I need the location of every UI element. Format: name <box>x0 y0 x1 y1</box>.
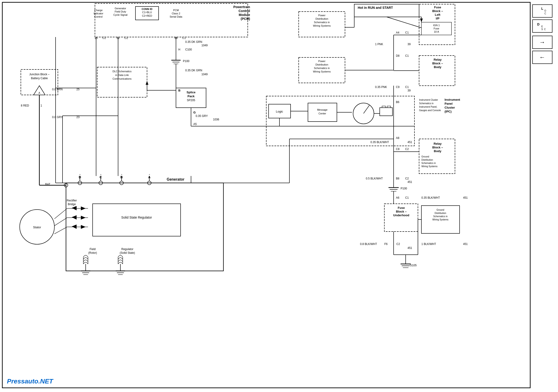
svg-text:C9: C9 <box>396 86 400 89</box>
svg-text:Cluster: Cluster <box>445 106 455 109</box>
svg-text:Distribution: Distribution <box>315 63 328 66</box>
svg-text:CONN ID: CONN ID <box>142 8 153 10</box>
svg-text:D: D <box>537 22 540 26</box>
svg-text:Class 2: Class 2 <box>172 12 180 15</box>
svg-text:Block –: Block – <box>432 146 443 149</box>
svg-text:Power: Power <box>318 14 325 17</box>
svg-text:Ground: Ground <box>421 155 429 158</box>
svg-text:Pack: Pack <box>188 95 195 98</box>
svg-text:Block –: Block – <box>432 9 443 13</box>
svg-text:Indicator: Indicator <box>94 12 104 15</box>
svg-text:1 PNK: 1 PNK <box>375 43 383 46</box>
svg-text:0.35 GRY: 0.35 GRY <box>196 114 208 118</box>
svg-text:39: 39 <box>408 43 411 46</box>
svg-text:I/P: I/P <box>436 17 439 20</box>
svg-text:O: O <box>544 9 546 12</box>
svg-text:0.35 DK GRN: 0.35 DK GRN <box>185 69 202 72</box>
svg-text:G: G <box>193 111 196 114</box>
svg-text:8 RED: 8 RED <box>21 104 29 107</box>
svg-text:(IPC): (IPC) <box>445 110 452 113</box>
svg-text:B6: B6 <box>396 100 399 104</box>
svg-text:Schematics in: Schematics in <box>419 102 433 105</box>
svg-text:451: 451 <box>408 140 412 144</box>
svg-text:Power: Power <box>318 60 325 62</box>
svg-text:Field: Field <box>90 247 96 251</box>
svg-text:Solid State Regulator: Solid State Regulator <box>121 216 152 219</box>
svg-text:0.5 BLK/WHT: 0.5 BLK/WHT <box>366 177 383 180</box>
svg-text:C2: C2 <box>102 36 106 40</box>
svg-text:1049: 1049 <box>201 73 208 76</box>
svg-text:in Data Link: in Data Link <box>115 74 129 76</box>
svg-text:Stator: Stator <box>33 226 41 229</box>
svg-text:Instrument Cluster: Instrument Cluster <box>419 99 438 101</box>
svg-text:0.8 BLK/WHT: 0.8 BLK/WHT <box>360 243 377 246</box>
svg-text:Schematics in: Schematics in <box>314 21 330 24</box>
svg-text:1049: 1049 <box>201 44 208 47</box>
svg-text:C100: C100 <box>185 48 192 51</box>
svg-text:DLC Schematics: DLC Schematics <box>113 70 131 73</box>
svg-text:Relay: Relay <box>434 58 442 61</box>
svg-text:Left: Left <box>435 13 441 17</box>
svg-text:Module: Module <box>239 13 250 17</box>
svg-text:C1: C1 <box>405 54 409 57</box>
svg-text:Fuse: Fuse <box>434 27 439 30</box>
svg-text:C1=BLU: C1=BLU <box>142 11 152 14</box>
svg-text:0.35 DK GRN: 0.35 DK GRN <box>185 40 202 44</box>
svg-text:Schematics in: Schematics in <box>421 162 436 164</box>
svg-text:1 BLK/WHT: 1 BLK/WHT <box>421 243 436 246</box>
svg-text:Distribution: Distribution <box>315 17 328 20</box>
svg-text:Logic: Logic <box>276 110 283 113</box>
svg-text:Distribution: Distribution <box>435 212 446 214</box>
svg-text:Body: Body <box>434 65 442 69</box>
svg-text:Serial Data: Serial Data <box>170 15 183 18</box>
svg-text:C1: C1 <box>405 86 409 89</box>
svg-text:Generator: Generator <box>167 177 184 181</box>
svg-text:Hot in RUN and START: Hot in RUN and START <box>358 6 393 9</box>
svg-text:0.35 BLK/WHT: 0.35 BLK/WHT <box>421 196 440 199</box>
svg-text:D8: D8 <box>396 54 400 57</box>
svg-text:C8: C8 <box>396 148 400 151</box>
svg-text:PCM: PCM <box>173 9 179 12</box>
svg-text:451: 451 <box>408 180 412 184</box>
svg-text:Instrument: Instrument <box>445 98 460 101</box>
svg-text:C2: C2 <box>405 148 409 151</box>
svg-text:Cycle Signal: Cycle Signal <box>113 13 127 16</box>
svg-text:Wiring Systems: Wiring Systems <box>421 165 437 168</box>
svg-text:Wiring Systems: Wiring Systems <box>313 24 331 27</box>
svg-text:Fuse: Fuse <box>434 6 441 9</box>
svg-text:Center: Center <box>318 112 326 115</box>
svg-text:(Solid State): (Solid State) <box>120 251 135 254</box>
svg-text:Field Duty: Field Duty <box>115 10 126 13</box>
svg-text:Fuse: Fuse <box>398 206 405 209</box>
svg-text:C2: C2 <box>396 243 400 246</box>
svg-text:IGN 1: IGN 1 <box>433 24 440 27</box>
svg-text:Relay: Relay <box>434 142 442 145</box>
svg-text:Junction Block –: Junction Block – <box>29 73 50 76</box>
svg-text:Panel: Panel <box>445 102 453 105</box>
svg-text:B: B <box>178 89 180 92</box>
svg-text:Wiring Systems: Wiring Systems <box>313 70 331 73</box>
svg-text:B8: B8 <box>396 177 399 180</box>
svg-text:Powertrain: Powertrain <box>233 5 250 9</box>
svg-text:(Rotor): (Rotor) <box>88 251 97 254</box>
svg-text:23: 23 <box>76 115 80 119</box>
svg-text:451: 451 <box>463 243 468 246</box>
svg-rect-2 <box>0 0 558 392</box>
svg-text:E: E <box>541 25 543 28</box>
svg-text:451: 451 <box>408 246 412 250</box>
svg-text:1036: 1036 <box>213 118 219 121</box>
svg-text:C2=RED: C2=RED <box>142 14 152 17</box>
svg-text:L: L <box>541 7 543 10</box>
svg-text:Instrument Panel,: Instrument Panel, <box>419 105 437 108</box>
svg-text:Block –: Block – <box>432 61 443 65</box>
svg-text:H: H <box>178 48 180 51</box>
svg-text:0.35 BLK/WHT: 0.35 BLK/WHT <box>370 140 389 144</box>
svg-text:39: 39 <box>408 89 411 92</box>
svg-text:Gauges and Console: Gauges and Console <box>419 109 441 112</box>
svg-text:A: A <box>38 91 40 94</box>
svg-text:0.8 GRY: 0.8 GRY <box>52 115 63 119</box>
svg-text:C2: C2 <box>124 36 128 40</box>
svg-text:Wiring Systems: Wiring Systems <box>432 218 448 221</box>
svg-text:Ground: Ground <box>436 209 444 211</box>
svg-text:A6: A6 <box>396 196 399 199</box>
